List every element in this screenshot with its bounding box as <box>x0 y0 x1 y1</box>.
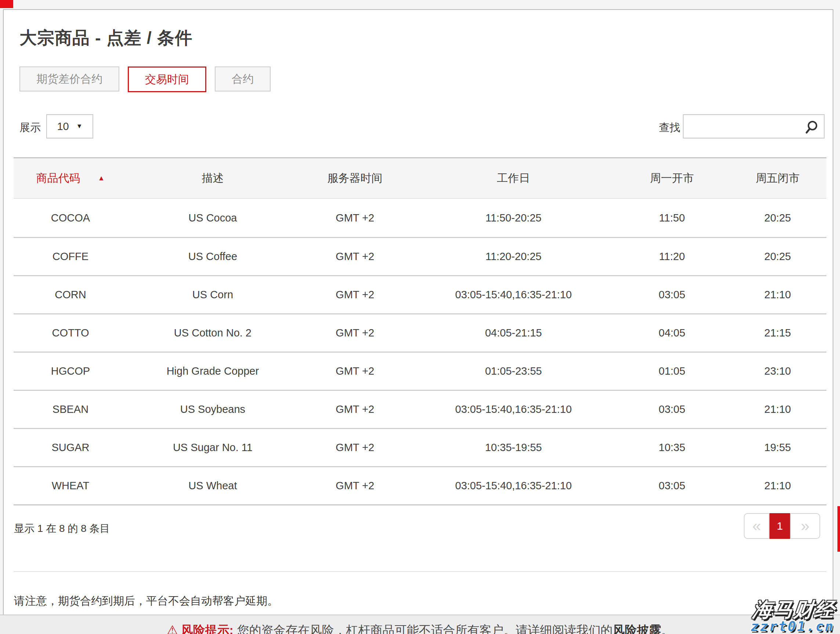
table-cell: 01:05 <box>615 353 729 390</box>
page-size-value: 10 <box>57 120 69 133</box>
table-header-row: 商品代码▲描述服务器时间工作日周一开市周五闭市 <box>14 158 826 199</box>
red-marker-top-left <box>0 0 13 8</box>
pagination-summary: 显示 1 在 8 的 8 条目 <box>14 522 110 536</box>
table-cell: GMT +2 <box>298 391 412 428</box>
table-cell: 21:15 <box>729 315 826 351</box>
table-cell: 03:05 <box>615 276 729 313</box>
risk-warning-period: 。 <box>661 623 673 634</box>
table-cell: 03:05 <box>615 391 729 428</box>
tab-bar: 期货差价合约交易时间合约 <box>19 66 271 92</box>
table-row: SBEANUS SoybeansGMT +203:05-15:40,16:35-… <box>14 390 826 428</box>
table-cell: 21:10 <box>729 276 826 313</box>
table-cell: 20:25 <box>729 238 826 275</box>
page: 大宗商品 - 点差 / 条件 期货差价合约交易时间合约 展示 10 ▼ 查找 商… <box>0 0 840 634</box>
table-cell: 10:35 <box>615 429 729 466</box>
risk-warning: ⚠风险提示:您的资金存在风险，杠杆商品可能不适合所有客户。请详细阅读我们的风险披… <box>0 622 840 634</box>
table-cell: 11:20 <box>615 238 729 275</box>
instruments-table: 商品代码▲描述服务器时间工作日周一开市周五闭市 COCOAUS CocoaGMT… <box>14 157 826 506</box>
table-cell: 01:05-23:55 <box>412 353 615 390</box>
table-cell: GMT +2 <box>298 199 412 237</box>
table-cell: 03:05-15:40,16:35-21:10 <box>412 276 615 313</box>
table-cell: 11:50-20:25 <box>412 199 615 237</box>
pagination: « 1 » <box>744 513 820 539</box>
table-cell: 19:55 <box>729 429 826 466</box>
table-cell: 20:25 <box>729 199 826 237</box>
table-cell: 03:05 <box>615 467 729 504</box>
table-cell: 04:05 <box>615 315 729 351</box>
table-cell: 10:35-19:55 <box>412 429 615 466</box>
table-cell: COCOA <box>14 199 127 237</box>
table-cell: US Cocoa <box>127 199 298 237</box>
table-cell: 21:10 <box>729 391 826 428</box>
risk-warning-label: 风险提示: <box>181 623 234 634</box>
table-cell: High Grade Copper <box>127 353 298 390</box>
search-input[interactable] <box>687 117 804 136</box>
sort-asc-icon: ▲ <box>98 174 105 182</box>
table-cell: US Sugar No. 11 <box>127 429 298 466</box>
table-cell: 03:05-15:40,16:35-21:10 <box>412 391 615 428</box>
table-cell: GMT +2 <box>298 276 412 313</box>
table-cell: US Coffee <box>127 238 298 275</box>
tab-1[interactable]: 交易时间 <box>128 66 206 92</box>
column-header-0[interactable]: 商品代码▲ <box>14 158 127 198</box>
table-row: HGCOPHigh Grade CopperGMT +201:05-23:550… <box>14 351 826 390</box>
table-row: CORNUS CornGMT +203:05-15:40,16:35-21:10… <box>14 275 826 313</box>
pagination-next-button[interactable]: » <box>790 513 820 539</box>
search-icon <box>805 120 819 134</box>
column-header-1[interactable]: 描述 <box>127 158 298 198</box>
column-header-4[interactable]: 周一开市 <box>615 158 729 198</box>
table-body: COCOAUS CocoaGMT +211:50-20:2511:5020:25… <box>14 199 826 504</box>
page-title: 大宗商品 - 点差 / 条件 <box>19 27 193 50</box>
chevron-down-icon: ▼ <box>76 123 83 130</box>
table-cell: SBEAN <box>14 391 127 428</box>
tab-0[interactable]: 期货差价合约 <box>19 66 119 92</box>
pagination-prev-button[interactable]: « <box>744 513 769 539</box>
column-header-2[interactable]: 服务器时间 <box>298 158 412 198</box>
table-cell: 23:10 <box>729 353 826 390</box>
table-cell: COFFE <box>14 238 127 275</box>
pagination-current-page[interactable]: 1 <box>769 513 790 539</box>
page-size-select[interactable]: 10 ▼ <box>46 114 93 139</box>
table-row: COTTOUS Cotton No. 2GMT +204:05-21:1504:… <box>14 313 826 351</box>
table-cell: GMT +2 <box>298 238 412 275</box>
table-row: WHEATUS WheatGMT +203:05-15:40,16:35-21:… <box>14 466 826 504</box>
search-label: 查找 <box>659 120 680 135</box>
watermark-site: zzrt01.cn <box>751 618 834 634</box>
table-cell: US Soybeans <box>127 391 298 428</box>
table-cell: 21:10 <box>729 467 826 504</box>
red-marker-right-edge <box>837 506 840 552</box>
table-cell: 11:20-20:25 <box>412 238 615 275</box>
table-cell: HGCOP <box>14 353 127 390</box>
risk-disclosure-link[interactable]: 风险披露 <box>613 623 661 634</box>
divider <box>14 571 826 572</box>
tab-2[interactable]: 合约 <box>215 66 271 92</box>
risk-warning-text: 您的资金存在风险，杠杆商品可能不适合所有客户。请详细阅读我们的 <box>237 623 613 634</box>
footer-bar: ⚠风险提示:您的资金存在风险，杠杆商品可能不适合所有客户。请详细阅读我们的风险披… <box>0 615 840 634</box>
table-row: COCOAUS CocoaGMT +211:50-20:2511:5020:25 <box>14 199 826 237</box>
column-header-5[interactable]: 周五闭市 <box>729 158 826 198</box>
table-cell: GMT +2 <box>298 467 412 504</box>
table-row: COFFEUS CoffeeGMT +211:20-20:2511:2020:2… <box>14 237 826 275</box>
column-header-3[interactable]: 工作日 <box>412 158 615 198</box>
table-cell: 03:05-15:40,16:35-21:10 <box>412 467 615 504</box>
table-cell: GMT +2 <box>298 429 412 466</box>
table-row: SUGARUS Sugar No. 11GMT +210:35-19:5510:… <box>14 428 826 466</box>
show-label: 展示 <box>19 120 41 135</box>
search-box <box>683 114 824 139</box>
table-cell: CORN <box>14 276 127 313</box>
table-cell: US Cotton No. 2 <box>127 315 298 351</box>
table-cell: WHEAT <box>14 467 127 504</box>
warning-triangle-icon: ⚠ <box>167 623 178 634</box>
table-cell: COTTO <box>14 315 127 351</box>
table-cell: SUGAR <box>14 429 127 466</box>
table-cell: GMT +2 <box>298 315 412 351</box>
table-cell: GMT +2 <box>298 353 412 390</box>
table-cell: 04:05-21:15 <box>412 315 615 351</box>
futures-note: 请注意，期货合约到期后，平台不会自动帮客户延期。 <box>14 594 278 609</box>
table-cell: 11:50 <box>615 199 729 237</box>
table-cell: US Wheat <box>127 467 298 504</box>
table-cell: US Corn <box>127 276 298 313</box>
